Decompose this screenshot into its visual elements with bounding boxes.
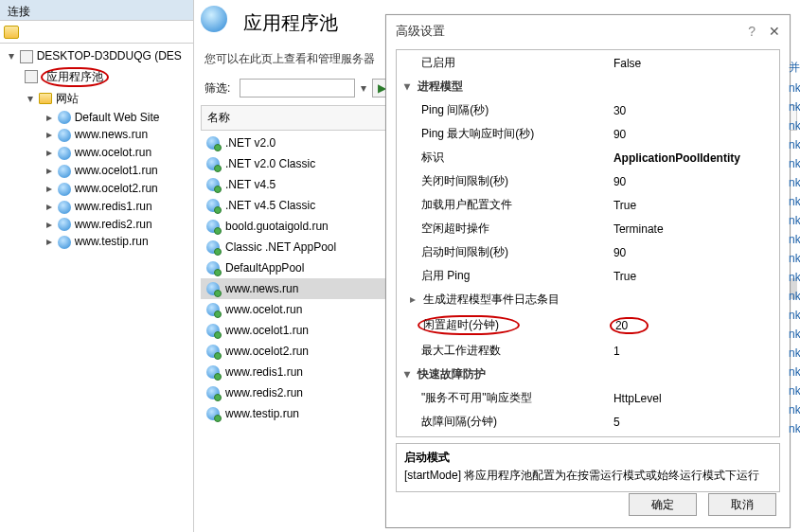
pool-icon (206, 178, 220, 191)
pool-name: www.testip.run (225, 407, 299, 420)
chevron-down-icon[interactable]: ▾ (404, 367, 416, 381)
chevron-right-icon[interactable]: ▸ (44, 235, 55, 248)
help-icon[interactable]: ? (748, 24, 756, 39)
filter-input[interactable] (240, 79, 355, 98)
chevron-right-icon[interactable]: ▸ (44, 182, 55, 195)
chevron-right-icon[interactable]: ▸ (44, 128, 55, 141)
pool-name: DefaultAppPool (225, 261, 304, 275)
chevron-right-icon[interactable]: ▸ (44, 164, 55, 177)
property-row[interactable]: Ping 最大响应时间(秒)90 (399, 123, 777, 145)
property-row[interactable]: 加载用户配置文件True (399, 194, 777, 216)
ok-button[interactable]: 确定 (629, 493, 697, 516)
page-title: 应用程序池 (243, 12, 338, 33)
tree-site-label: www.redis1.run (75, 200, 152, 213)
pool-name: www.ocelot1.run (225, 324, 309, 337)
tree-site-item[interactable]: ▸ Default Web Site (2, 109, 191, 127)
tree-sites-node[interactable]: ▾ 网站 (2, 89, 191, 109)
folder-icon[interactable] (4, 26, 19, 39)
pool-icon (206, 240, 220, 254)
action-link-fragment[interactable]: nk (789, 249, 800, 268)
site-icon (58, 129, 71, 142)
chevron-down-icon[interactable]: ▾ (6, 49, 17, 62)
site-icon (58, 147, 71, 160)
pool-icon (206, 365, 220, 379)
property-row[interactable]: 已启用False (399, 52, 777, 74)
expandable-property-row[interactable]: ▸生成进程模型事件日志条目 (399, 289, 777, 310)
dialog-buttons: 确定 取消 (629, 493, 776, 516)
action-link-fragment[interactable]: nk (789, 135, 800, 154)
action-link-fragment[interactable]: nk (789, 344, 800, 363)
property-row[interactable]: 标识ApplicationPoolIdentity (399, 147, 777, 168)
tree-server-node[interactable]: ▾ DESKTOP-D3DDUQG (DES (2, 47, 191, 65)
property-row[interactable]: 闲置超时(分钟)20 (399, 312, 777, 338)
action-link-fragment[interactable]: nk (789, 154, 800, 173)
action-link-fragment[interactable]: nk (789, 306, 800, 325)
category-row[interactable]: ▾进程模型 (399, 76, 777, 98)
advanced-settings-dialog: 高级设置 ? ✕ 已启用False▾进程模型Ping 间隔(秒)30Ping 最… (385, 14, 791, 528)
chevron-right-icon[interactable]: ▸ (44, 200, 55, 213)
tree-site-item[interactable]: ▸ www.testip.run (2, 233, 191, 251)
app-pool-large-icon (201, 6, 235, 40)
property-row[interactable]: 最大工作进程数1 (399, 340, 777, 362)
pool-name: www.ocelot2.run (225, 345, 309, 358)
pool-name: www.ocelot.run (225, 303, 302, 316)
tree-site-label: www.redis2.run (75, 218, 152, 231)
property-row[interactable]: 空闲超时操作Terminate (399, 218, 777, 239)
tree-site-item[interactable]: ▸ www.news.run (2, 126, 191, 144)
site-icon (58, 165, 71, 178)
property-row[interactable]: 故障间隔(分钟)5 (399, 411, 777, 433)
category-row[interactable]: ▾快速故障防护 (399, 364, 777, 385)
chevron-down-icon[interactable]: ▾ (404, 80, 416, 93)
chevron-right-icon[interactable]: ▸ (410, 293, 421, 306)
site-icon (58, 218, 71, 231)
pool-name: .NET v2.0 (225, 136, 276, 150)
property-row[interactable]: Ping 间隔(秒)30 (399, 99, 777, 121)
tree-site-item[interactable]: ▸ www.redis1.run (2, 198, 191, 216)
action-link-fragment[interactable]: nk (789, 287, 800, 306)
chevron-right-icon[interactable]: ▸ (44, 111, 55, 124)
action-link-fragment[interactable]: nk (789, 211, 800, 230)
action-link-fragment[interactable]: nk (789, 325, 800, 344)
action-link-fragment[interactable]: nk (789, 79, 800, 98)
action-link-fragment[interactable]: nk (789, 116, 800, 135)
tree-sites-label: 网站 (56, 92, 79, 105)
property-row[interactable]: "服务不可用"响应类型HttpLevel (399, 387, 777, 409)
description-body: [startMode] 将应用程序池配置为在按需运行模式或始终运行模式下运行 (404, 468, 772, 484)
cancel-button[interactable]: 取消 (708, 493, 776, 516)
tree-app-pools[interactable]: 应用程序池 (2, 65, 191, 89)
property-row[interactable]: 关闭可执行文件 (399, 434, 777, 437)
action-link-fragment[interactable]: 并 (789, 57, 800, 79)
action-link-fragment[interactable]: nk (789, 419, 800, 438)
property-row[interactable]: 关闭时间限制(秒)90 (399, 170, 777, 192)
property-row[interactable]: 启动时间限制(秒)90 (399, 241, 777, 263)
tree-site-item[interactable]: ▸ www.ocelot1.run (2, 162, 191, 180)
tree-site-label: www.ocelot.run (75, 146, 151, 159)
pool-icon (206, 407, 220, 420)
filter-label: 筛选: (201, 80, 234, 97)
site-icon (58, 183, 71, 196)
property-grid[interactable]: 已启用False▾进程模型Ping 间隔(秒)30Ping 最大响应时间(秒)9… (396, 49, 780, 437)
close-icon[interactable]: ✕ (769, 24, 780, 39)
tree-site-item[interactable]: ▸ www.redis2.run (2, 216, 191, 234)
tree-site-item[interactable]: ▸ www.ocelot.run (2, 144, 191, 162)
chevron-down-icon[interactable]: ▾ (25, 92, 36, 105)
action-link-fragment[interactable]: nk (789, 192, 800, 211)
action-link-fragment[interactable]: nk (789, 173, 800, 192)
chevron-right-icon[interactable]: ▸ (44, 146, 55, 159)
dropdown-icon[interactable]: ▾ (361, 81, 366, 95)
action-link-fragment[interactable]: nk (789, 268, 800, 287)
description-title: 启动模式 (404, 450, 772, 466)
pool-name: .NET v4.5 (225, 178, 276, 191)
action-link-fragment[interactable]: nk (789, 98, 800, 116)
action-link-fragment[interactable]: nk (789, 363, 800, 381)
pool-name: .NET v4.5 Classic (225, 199, 315, 212)
chevron-right-icon[interactable]: ▸ (44, 218, 55, 231)
action-link-fragment[interactable]: nk (789, 381, 800, 400)
action-link-fragment[interactable]: nk (789, 400, 800, 419)
tree-site-item[interactable]: ▸ www.ocelot2.run (2, 180, 191, 198)
property-row[interactable]: 启用 PingTrue (399, 265, 777, 287)
tree-site-label: www.news.run (75, 128, 148, 141)
site-icon (58, 236, 71, 249)
action-link-fragment[interactable]: nk (789, 230, 800, 249)
actions-sliver: 并nknknknknknknknknknknknknknknknknknknk (789, 57, 800, 438)
